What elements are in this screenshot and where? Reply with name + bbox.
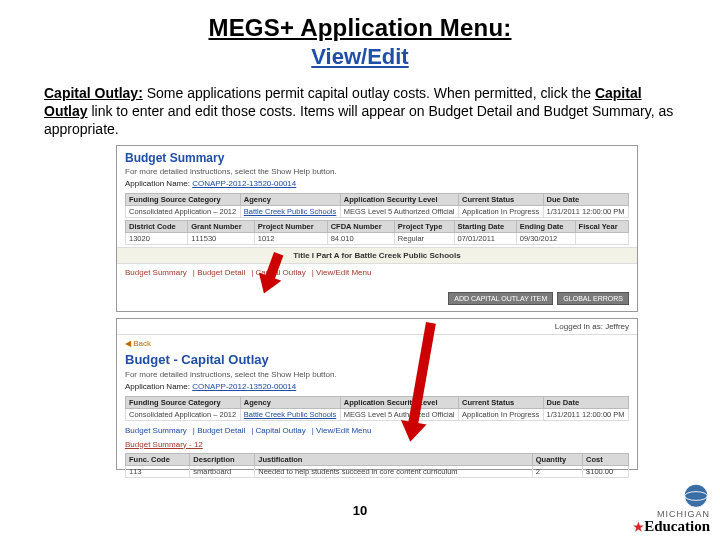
funding-table: Funding Source CategoryAgencyApplication… (125, 396, 629, 421)
section-title: Title I Part A for Battle Creek Public S… (117, 247, 637, 264)
help-note: For more detailed instructions, select t… (117, 370, 637, 382)
slide-subtitle: View/Edit (44, 44, 676, 70)
global-errors-button[interactable]: GLOBAL ERRORS (557, 292, 629, 305)
body-paragraph: Capital Outlay: Some applications permit… (44, 84, 676, 139)
tab-view-edit-menu[interactable]: View/Edit Menu (316, 268, 371, 277)
panel-title: Budget Summary (117, 146, 637, 167)
michigan-education-logo: MICHIGAN ★Education (633, 482, 710, 534)
agency-link[interactable]: Battle Creek Public Schools (244, 410, 337, 419)
application-name: Application Name: CONAPP-2012-13520-0001… (117, 179, 637, 191)
tab-view-edit-menu[interactable]: View/Edit Menu (316, 426, 371, 435)
tab-budget-detail[interactable]: Budget Detail (197, 426, 245, 435)
tab-capital-outlay[interactable]: Capital Outlay (255, 426, 305, 435)
page-number: 10 (0, 503, 720, 518)
tab-budget-summary[interactable]: Budget Summary (125, 426, 187, 435)
tab-budget-detail[interactable]: Budget Detail (197, 268, 245, 277)
help-note: For more detailed instructions, select t… (117, 167, 637, 179)
outlay-table: Func. CodeDescriptionJustificationQuanti… (125, 453, 629, 478)
login-status: Logged in as: Jeffrey (117, 319, 637, 335)
slide-title: MEGS+ Application Menu: (44, 14, 676, 42)
budget-summary-link[interactable]: Budget Summary - 12 (117, 438, 637, 451)
application-name: Application Name: CONAPP-2012-13520-0001… (117, 382, 637, 394)
application-name-link[interactable]: CONAPP-2012-13520-00014 (192, 382, 296, 391)
tab-capital-outlay[interactable]: Capital Outlay (255, 268, 305, 277)
screenshot-budget-summary: Budget Summary For more detailed instruc… (116, 145, 638, 312)
table-row: Consolidated Application – 2012 Battle C… (126, 205, 629, 217)
table-row: Consolidated Application – 2012 Battle C… (126, 408, 629, 420)
screenshot-capital-outlay: Logged in as: Jeffrey ◀ Back Budget - Ca… (116, 318, 638, 470)
table-row: 13020111530101284.010Regular07/01/201109… (126, 232, 629, 244)
back-link[interactable]: ◀ Back (117, 335, 637, 352)
grant-table: District CodeGrant NumberProject NumberC… (125, 220, 629, 245)
add-capital-outlay-button[interactable]: ADD CAPITAL OUTLAY ITEM (448, 292, 553, 305)
page-title: Budget - Capital Outlay (117, 352, 637, 370)
lead-term: Capital Outlay: (44, 85, 143, 101)
application-name-link[interactable]: CONAPP-2012-13520-00014 (192, 179, 296, 188)
tab-budget-summary[interactable]: Budget Summary (125, 268, 187, 277)
funding-table: Funding Source Category Agency Applicati… (125, 193, 629, 218)
globe-icon (682, 482, 710, 510)
tab-bar: Budget Summary| Budget Detail| Capital O… (117, 423, 637, 438)
agency-link[interactable]: Battle Creek Public Schools (244, 207, 337, 216)
star-icon: ★ (633, 520, 644, 534)
table-row: 113smartboardNeeded to help students suc… (126, 465, 629, 477)
tab-bar: Budget Summary| Budget Detail| Capital O… (117, 264, 637, 281)
